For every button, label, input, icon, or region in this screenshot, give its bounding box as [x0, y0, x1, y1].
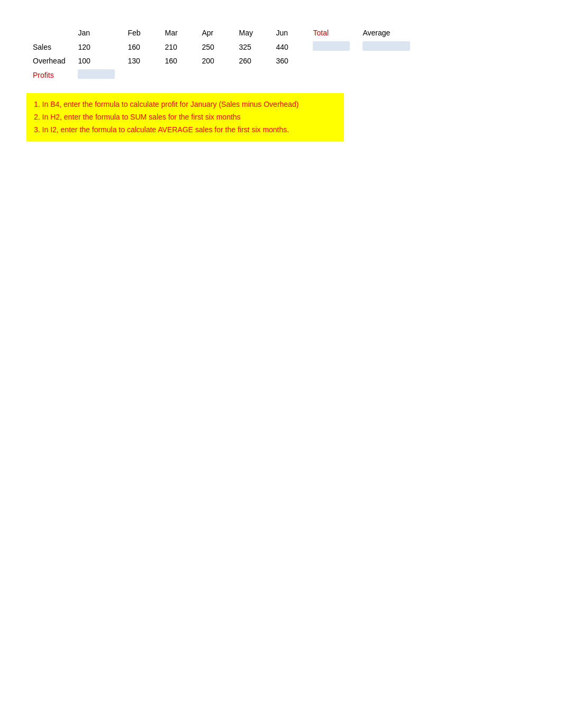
overhead-jan: 100: [71, 54, 121, 67]
overhead-label: Overhead: [26, 54, 71, 67]
profits-mar: [158, 67, 195, 83]
instructions-box: 1. In B4, enter the formula to calculate…: [26, 93, 344, 141]
jan-header: Jan: [71, 26, 121, 39]
profits-average: [356, 67, 416, 83]
empty-header: [26, 26, 71, 39]
instruction-3: 3. In I2, enter the formula to calculate…: [34, 124, 337, 136]
sales-row: Sales 120 160 210 250 325 440: [26, 39, 416, 54]
sales-total: [306, 39, 356, 54]
sales-may: 325: [232, 39, 269, 54]
spreadsheet-area: Jan Feb Mar Apr May Jun Total Average Sa…: [26, 26, 551, 141]
sales-label: Sales: [26, 39, 71, 54]
profits-jan: [71, 67, 121, 83]
profits-row: Profits: [26, 67, 416, 83]
profits-label: Profits: [26, 67, 71, 83]
profits-jun: [269, 67, 306, 83]
overhead-may: 260: [232, 54, 269, 67]
overhead-total: [306, 54, 356, 67]
apr-header: Apr: [195, 26, 232, 39]
jun-header: Jun: [269, 26, 306, 39]
overhead-average: [356, 54, 416, 67]
profits-apr: [195, 67, 232, 83]
sales-average: [356, 39, 416, 54]
overhead-mar: 160: [158, 54, 195, 67]
profits-may: [232, 67, 269, 83]
sales-feb: 160: [121, 39, 158, 54]
sales-mar: 210: [158, 39, 195, 54]
mar-header: Mar: [158, 26, 195, 39]
overhead-jun: 360: [269, 54, 306, 67]
average-header: Average: [356, 26, 416, 39]
header-row: Jan Feb Mar Apr May Jun Total Average: [26, 26, 416, 39]
sales-apr: 250: [195, 39, 232, 54]
overhead-feb: 130: [121, 54, 158, 67]
feb-header: Feb: [121, 26, 158, 39]
profits-feb: [121, 67, 158, 83]
instruction-1: 1. In B4, enter the formula to calculate…: [34, 98, 337, 111]
overhead-apr: 200: [195, 54, 232, 67]
sales-jan: 120: [71, 39, 121, 54]
profits-total: [306, 67, 356, 83]
instruction-2: 2. In H2, enter the formula to SUM sales…: [34, 111, 337, 124]
overhead-row: Overhead 100 130 160 200 260 360: [26, 54, 416, 67]
sales-jun: 440: [269, 39, 306, 54]
total-header: Total: [306, 26, 356, 39]
may-header: May: [232, 26, 269, 39]
data-table: Jan Feb Mar Apr May Jun Total Average Sa…: [26, 26, 416, 83]
